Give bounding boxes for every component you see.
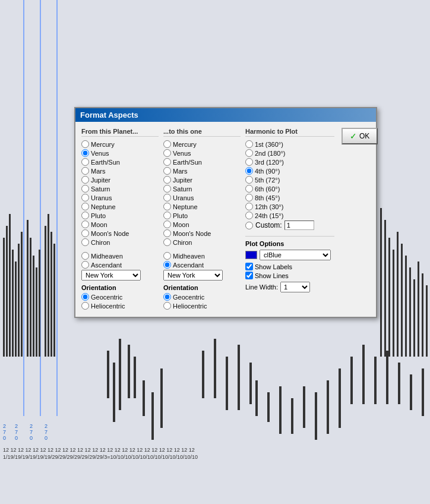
show-labels-checkbox[interactable] xyxy=(245,263,253,270)
harmonic-3rd[interactable]: 3rd (120°) xyxy=(245,158,334,166)
from-uranus[interactable]: Uranus xyxy=(81,194,159,201)
harmonic-custom-input[interactable] xyxy=(284,220,314,230)
to-heliocentric-radio[interactable] xyxy=(163,302,171,310)
harmonic-4th-radio[interactable] xyxy=(245,167,253,175)
from-geocentric-radio[interactable] xyxy=(81,293,89,301)
to-mercury-radio[interactable] xyxy=(163,140,171,148)
harmonic-label: Harmonic to Plot xyxy=(245,128,334,137)
to-midheaven[interactable]: Midheaven xyxy=(163,252,241,260)
checkmark-icon: ✓ xyxy=(350,131,357,141)
to-pluto[interactable]: Pluto xyxy=(163,212,241,219)
harmonic-12th[interactable]: 12th (30°) xyxy=(245,203,334,210)
to-jupiter-radio[interactable] xyxy=(163,176,171,184)
to-location-select[interactable]: New York Los Angeles London Chicago xyxy=(163,270,223,281)
to-neptune[interactable]: Neptune xyxy=(163,203,241,210)
to-neptune-radio[interactable] xyxy=(163,203,171,210)
ok-button[interactable]: ✓ OK xyxy=(342,128,378,144)
harmonic-5th[interactable]: 5th (72°) xyxy=(245,176,334,184)
from-mars[interactable]: Mars xyxy=(81,167,159,175)
to-ascendant-radio[interactable] xyxy=(163,261,171,269)
from-venus[interactable]: Venus xyxy=(81,149,159,157)
color-select[interactable]: clBlue clRed clGreen clBlack clYellow xyxy=(260,250,331,260)
to-mars[interactable]: Mars xyxy=(163,167,241,175)
show-labels-row[interactable]: Show Labels xyxy=(245,263,334,270)
to-chiron[interactable]: Chiron xyxy=(163,238,241,246)
harmonic-12th-radio[interactable] xyxy=(245,203,253,210)
from-chiron-radio[interactable] xyxy=(81,238,89,246)
to-moonsnode[interactable]: Moon's Node xyxy=(163,229,241,237)
from-location-select[interactable]: New York Los Angeles London Chicago xyxy=(81,270,141,281)
from-midheaven-radio[interactable] xyxy=(81,252,89,260)
to-heliocentric[interactable]: Heliocentric xyxy=(163,302,241,310)
from-jupiter[interactable]: Jupiter xyxy=(81,176,159,184)
to-mars-radio[interactable] xyxy=(163,167,171,175)
to-moon[interactable]: Moon xyxy=(163,220,241,228)
to-uranus[interactable]: Uranus xyxy=(163,194,241,201)
from-venus-radio[interactable] xyxy=(81,149,89,157)
from-uranus-radio[interactable] xyxy=(81,194,89,201)
from-pluto[interactable]: Pluto xyxy=(81,212,159,219)
harmonic-8th[interactable]: 8th (45°) xyxy=(245,194,334,201)
from-mercury-radio[interactable] xyxy=(81,140,89,148)
ok-btn-col: ✓ OK xyxy=(338,128,378,292)
from-moon[interactable]: Moon xyxy=(81,220,159,228)
harmonic-3rd-radio[interactable] xyxy=(245,158,253,166)
from-heliocentric-radio[interactable] xyxy=(81,302,89,310)
from-moon-radio[interactable] xyxy=(81,220,89,228)
to-moon-radio[interactable] xyxy=(163,220,171,228)
to-venus-radio[interactable] xyxy=(163,149,171,157)
to-chiron-radio[interactable] xyxy=(163,238,171,246)
to-geocentric-radio[interactable] xyxy=(163,293,171,301)
from-chiron[interactable]: Chiron xyxy=(81,238,159,246)
to-venus[interactable]: Venus xyxy=(163,149,241,157)
to-saturn[interactable]: Saturn xyxy=(163,185,241,193)
harmonic-1st[interactable]: 1st (360°) xyxy=(245,140,334,148)
from-ascendant-radio[interactable] xyxy=(81,261,89,269)
linewidth-select[interactable]: 1 2 3 4 xyxy=(280,282,310,292)
from-moonsnode-radio[interactable] xyxy=(81,229,89,237)
harmonic-24th[interactable]: 24th (15°) xyxy=(245,212,334,219)
harmonic-4th[interactable]: 4th (90°) xyxy=(245,167,334,175)
from-saturn-radio[interactable] xyxy=(81,185,89,193)
to-earthsun[interactable]: Earth/Sun xyxy=(163,158,241,166)
from-ascendant[interactable]: Ascendant xyxy=(81,261,159,269)
show-lines-checkbox[interactable] xyxy=(245,272,253,279)
from-pluto-radio[interactable] xyxy=(81,212,89,219)
from-heliocentric[interactable]: Heliocentric xyxy=(81,302,159,310)
harmonic-2nd-radio[interactable] xyxy=(245,149,253,157)
from-moonsnode[interactable]: Moon's Node xyxy=(81,229,159,237)
dialog-main-row: From this Planet... Mercury Venus Earth/… xyxy=(81,128,370,311)
to-earthsun-radio[interactable] xyxy=(163,158,171,166)
from-geocentric[interactable]: Geocentric xyxy=(81,293,159,301)
to-moonsnode-radio[interactable] xyxy=(163,229,171,237)
to-ascendant[interactable]: Ascendant xyxy=(163,261,241,269)
harmonic-24th-radio[interactable] xyxy=(245,212,253,219)
to-geocentric[interactable]: Geocentric xyxy=(163,293,241,301)
harmonic-custom-radio[interactable] xyxy=(245,222,253,229)
harmonic-5th-radio[interactable] xyxy=(245,176,253,184)
from-mars-radio[interactable] xyxy=(81,167,89,175)
from-mercury[interactable]: Mercury xyxy=(81,140,159,148)
harmonic-6th-radio[interactable] xyxy=(245,185,253,193)
harmonic-1st-radio[interactable] xyxy=(245,140,253,148)
to-midheaven-radio[interactable] xyxy=(163,252,171,260)
color-row: clBlue clRed clGreen clBlack clYellow xyxy=(245,250,334,260)
to-pluto-radio[interactable] xyxy=(163,212,171,219)
from-neptune[interactable]: Neptune xyxy=(81,203,159,210)
harmonic-8th-radio[interactable] xyxy=(245,194,253,201)
to-uranus-radio[interactable] xyxy=(163,194,171,201)
from-uranus-label: Uranus xyxy=(91,194,112,201)
to-mercury[interactable]: Mercury xyxy=(163,140,241,148)
from-neptune-radio[interactable] xyxy=(81,203,89,210)
to-jupiter[interactable]: Jupiter xyxy=(163,176,241,184)
from-midheaven[interactable]: Midheaven xyxy=(81,252,159,260)
show-lines-row[interactable]: Show Lines xyxy=(245,272,334,279)
harmonic-2nd[interactable]: 2nd (180°) xyxy=(245,149,334,157)
from-jupiter-radio[interactable] xyxy=(81,176,89,184)
from-earthsun-radio[interactable] xyxy=(81,158,89,166)
harmonic-6th[interactable]: 6th (60°) xyxy=(245,185,334,193)
linewidth-row: Line Width: 1 2 3 4 xyxy=(245,282,334,292)
from-earthsun[interactable]: Earth/Sun xyxy=(81,158,159,166)
to-saturn-radio[interactable] xyxy=(163,185,171,193)
from-saturn[interactable]: Saturn xyxy=(81,185,159,193)
